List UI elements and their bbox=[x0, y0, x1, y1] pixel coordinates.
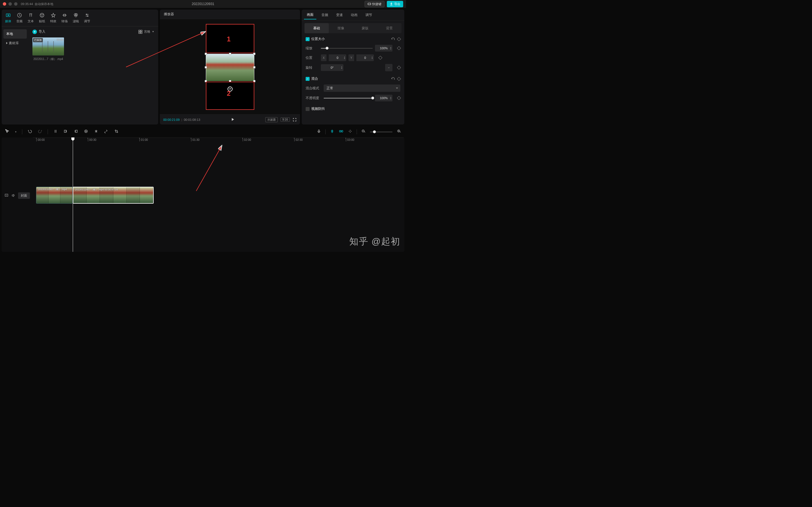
keyframe-icon[interactable] bbox=[397, 37, 401, 41]
redo-button[interactable] bbox=[38, 129, 43, 135]
position-keyframe-icon[interactable] bbox=[378, 56, 382, 60]
tab-picture[interactable]: 画面 bbox=[304, 11, 316, 19]
tab-speed[interactable]: 变速 bbox=[333, 11, 346, 19]
subtab-mask[interactable]: 蒙版 bbox=[353, 23, 377, 33]
inspector-subtabs: 基础 抠像 蒙版 背景 bbox=[305, 23, 402, 33]
blend-mode-select[interactable]: 正常 bbox=[324, 84, 400, 92]
svg-rect-12 bbox=[141, 30, 142, 32]
tab-effect[interactable]: 特效 bbox=[50, 12, 56, 23]
svg-point-5 bbox=[43, 14, 43, 15]
auto-snap-icon[interactable] bbox=[329, 129, 335, 135]
blend-keyframe-icon[interactable] bbox=[397, 76, 401, 80]
reset-icon[interactable] bbox=[391, 37, 395, 41]
timeline-clip-2[interactable]: 20220112007（横）.mp4 00:00:47:04 bbox=[73, 187, 154, 204]
tab-animation[interactable]: 动画 bbox=[348, 11, 360, 19]
clip-duration: 01:09 bbox=[57, 38, 63, 41]
player-canvas[interactable]: 1 2 bbox=[206, 24, 254, 110]
pointer-tool[interactable] bbox=[4, 129, 10, 135]
zoom-slider[interactable] bbox=[370, 131, 393, 132]
scale-slider[interactable] bbox=[321, 48, 373, 49]
mirror-tool[interactable] bbox=[94, 129, 99, 135]
stabilize-checkbox[interactable] bbox=[306, 107, 310, 111]
minimize-window-icon[interactable] bbox=[8, 2, 12, 6]
scale-keyframe-icon[interactable] bbox=[397, 46, 401, 50]
shortcuts-button[interactable]: 快捷键 bbox=[364, 1, 385, 7]
preview-icon[interactable] bbox=[348, 129, 353, 135]
subtab-basic[interactable]: 基础 bbox=[305, 23, 329, 33]
blend-reset-icon[interactable] bbox=[391, 77, 395, 81]
svg-rect-17 bbox=[75, 130, 77, 132]
mirror-button[interactable]: － bbox=[385, 64, 393, 71]
effect-icon bbox=[50, 12, 56, 18]
opacity-keyframe-icon[interactable] bbox=[397, 96, 401, 100]
tab-adjust[interactable]: 调节 bbox=[84, 12, 90, 23]
tab-audio-insp[interactable]: 音频 bbox=[319, 11, 331, 19]
player-title: 播放器 bbox=[160, 10, 300, 19]
tab-filter[interactable]: 滤镜 bbox=[73, 12, 79, 23]
shortcuts-label: 快捷键 bbox=[372, 2, 382, 6]
timeline-clip-1[interactable]: 20220112007（横）.mp4 bbox=[36, 187, 73, 204]
video-frame[interactable] bbox=[206, 54, 254, 81]
blend-checkbox[interactable]: ✓ bbox=[306, 77, 310, 81]
scope-button[interactable]: 示波器 bbox=[265, 117, 278, 122]
crop-tool[interactable] bbox=[114, 129, 119, 135]
tab-transition[interactable]: 转场 bbox=[61, 12, 68, 23]
media-clip-item[interactable]: 已添加 01:09 2022011...7（横）.mp4 bbox=[33, 38, 64, 61]
x-label: X bbox=[321, 54, 326, 61]
player-viewport[interactable]: 1 2 bbox=[160, 19, 300, 114]
sidebar-library[interactable]: 素材库 bbox=[3, 39, 27, 48]
aspect-ratio-button[interactable]: 9:16 bbox=[281, 117, 290, 122]
position-x-input[interactable]: 0▲▼ bbox=[329, 54, 346, 61]
tab-audio[interactable]: 音频 bbox=[16, 12, 22, 23]
delete-left-tool[interactable] bbox=[63, 129, 68, 135]
section-position-size: ✓ 位置大小 缩放 100%▲▼ 位置 X 0▲▼ Y 0▲▼ bbox=[306, 37, 400, 71]
tab-media[interactable]: 媒体 bbox=[5, 12, 11, 23]
sidebar-local[interactable]: 本地 bbox=[3, 29, 27, 39]
play-button[interactable] bbox=[231, 117, 235, 122]
project-title: 202201120931 bbox=[192, 2, 214, 6]
plus-icon: + bbox=[33, 30, 37, 34]
cover-button[interactable]: 封面 bbox=[18, 192, 30, 199]
subtab-background[interactable]: 背景 bbox=[377, 23, 402, 33]
link-icon[interactable] bbox=[339, 129, 344, 135]
zoom-out-icon[interactable] bbox=[361, 129, 366, 135]
split-tool[interactable] bbox=[53, 129, 58, 135]
tab-text[interactable]: 文本 bbox=[28, 12, 34, 23]
rotate-keyframe-icon[interactable] bbox=[397, 66, 401, 69]
rotate-value[interactable]: 0°▲▼ bbox=[321, 64, 343, 71]
track-mute-icon[interactable] bbox=[11, 193, 15, 198]
total-duration: 00:01:08:13 bbox=[184, 118, 200, 121]
maximize-window-icon[interactable] bbox=[14, 2, 17, 6]
subtab-cutout[interactable]: 抠像 bbox=[329, 23, 353, 33]
mic-icon[interactable] bbox=[316, 129, 321, 135]
titlebar: 09:35:44 自动保存本地 202201120931 快捷键 导出 bbox=[0, 0, 406, 8]
freeze-tool[interactable] bbox=[84, 129, 89, 135]
import-button[interactable]: + 导入 bbox=[33, 29, 45, 34]
rotate-tool[interactable] bbox=[104, 129, 109, 135]
position-y-input[interactable]: 0▲▼ bbox=[356, 54, 374, 61]
delete-right-tool[interactable] bbox=[73, 129, 79, 135]
annotation-label-2: 2 bbox=[227, 90, 231, 98]
tab-adjust-insp[interactable]: 调节 bbox=[363, 11, 375, 19]
timeline-toolbar: ▼ bbox=[2, 126, 404, 137]
opacity-slider[interactable] bbox=[324, 98, 373, 99]
blend-title: 混合 bbox=[311, 76, 389, 81]
scale-value[interactable]: 100%▲▼ bbox=[375, 45, 393, 52]
svg-point-3 bbox=[40, 13, 44, 17]
playhead[interactable] bbox=[73, 137, 73, 252]
view-mode-toggle[interactable]: 宫格 ▼ bbox=[139, 30, 154, 34]
tab-sticker[interactable]: 贴纸 bbox=[39, 12, 45, 23]
fullscreen-icon[interactable] bbox=[293, 118, 297, 122]
track-expand-icon[interactable] bbox=[4, 193, 8, 198]
clock-text: 09:35:44 bbox=[21, 2, 33, 6]
zoom-in-icon[interactable] bbox=[396, 129, 402, 135]
pos-size-checkbox[interactable]: ✓ bbox=[306, 37, 310, 41]
pos-size-title: 位置大小 bbox=[311, 37, 389, 41]
close-window-icon[interactable] bbox=[3, 2, 6, 6]
undo-button[interactable] bbox=[28, 129, 33, 135]
opacity-value[interactable]: 100%▲▼ bbox=[375, 95, 393, 101]
timeline-body[interactable]: |00:00 |00:30 |01:00 |01:30 |02:00 |02:3… bbox=[2, 137, 404, 252]
export-button[interactable]: 导出 bbox=[387, 1, 403, 7]
adjust-icon bbox=[84, 12, 90, 18]
media-panel: 媒体 音频 文本 贴纸 特效 转场 bbox=[2, 10, 158, 124]
